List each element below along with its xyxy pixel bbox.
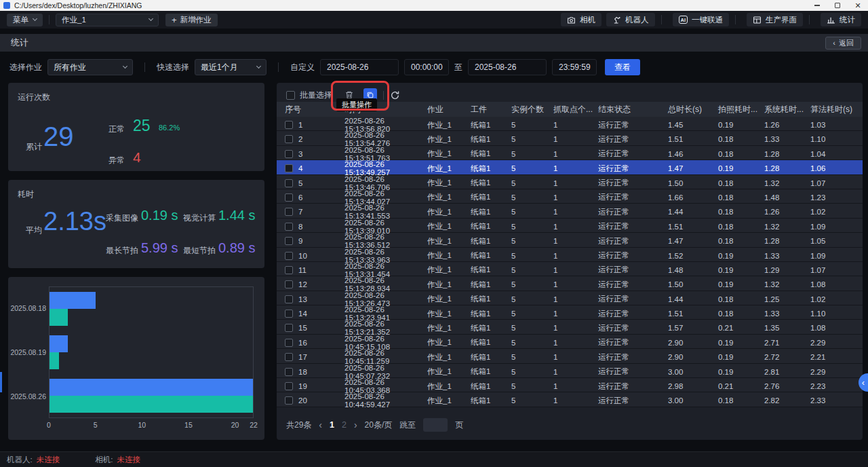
table-cell: 2.90 [668,353,718,361]
table-row[interactable]: 22025-08-26 15:13:54.276作业_1纸箱151运行正常1.5… [277,131,863,145]
table-row[interactable]: 122025-08-26 15:13:28.934作业_1纸箱151运行正常1.… [277,276,863,291]
table-cell: 运行正常 [598,323,668,333]
table-row[interactable]: 52025-08-26 15:13:46.706作业_1纸箱151运行正常1.5… [277,175,863,189]
row-checkbox[interactable] [285,353,293,361]
row-checkbox[interactable] [285,368,293,376]
table-row[interactable]: 92025-08-26 15:13:36.512作业_1纸箱151运行正常1.4… [277,233,863,247]
view-button[interactable]: 查看 [605,59,640,75]
table-cell: 纸箱1 [471,120,511,130]
end-time-input[interactable]: 23:59:59 [552,59,597,75]
chart-bar-group [50,287,253,331]
table-cell: 1.51 [668,135,718,143]
row-checkbox[interactable] [285,193,293,202]
table-row[interactable]: 152025-08-26 15:13:21.352作业_1纸箱151运行正常1.… [277,320,863,334]
row-checkbox[interactable] [285,150,293,158]
job-filter-select[interactable]: 所有作业 [47,59,133,75]
table-cell: 运行正常 [598,221,668,231]
row-checkbox[interactable] [285,295,293,303]
table-cell: 纸箱1 [471,178,511,188]
close-button[interactable]: ✕ [848,0,868,11]
table-cell: 1.48 [668,266,718,274]
table-row[interactable]: 192025-08-26 10:45:03.368作业_1纸箱151运行正常2.… [277,378,863,392]
one-key-connect-button[interactable]: AI 一键联通 [673,13,730,26]
table-row[interactable]: 162025-08-26 10:45:15.108作业_1纸箱151运行正常2.… [277,335,863,349]
jump-to-page-input[interactable] [423,418,448,432]
statistics-button[interactable]: 统计 [821,13,861,26]
table-cell: 纸箱1 [471,192,511,202]
table-row[interactable]: 132025-08-26 15:13:26.473作业_1纸箱151运行正常1.… [277,291,863,305]
table-row[interactable]: 32025-08-26 15:13:51.763作业_1纸箱151运行正常1.4… [277,146,863,160]
job-selector[interactable]: 作业_1 [56,14,159,26]
table-cell: 1 [553,150,598,158]
table-row[interactable]: 42025-08-26 15:13:49.257作业_1纸箱151运行正常1.4… [277,160,863,174]
row-checkbox[interactable] [285,266,293,274]
row-checkbox[interactable] [285,339,293,347]
table-row[interactable]: 172025-08-26 10:45:11.259作业_1纸箱151运行正常2.… [277,349,863,363]
table-row[interactable]: 142025-08-26 15:13:23.941作业_1纸箱151运行正常1.… [277,305,863,320]
table-cell: 运行正常 [598,178,668,188]
row-checkbox[interactable] [285,135,293,143]
row-checkbox[interactable] [285,382,293,390]
left-edge-indicator[interactable] [0,372,2,392]
row-checkbox[interactable] [285,121,293,129]
row-checkbox[interactable] [285,252,293,260]
start-time-input[interactable]: 00:00:00 [404,59,449,75]
robot-button[interactable]: 机器人 [606,13,655,26]
batch-select-checkbox[interactable] [286,91,295,100]
production-view-button[interactable]: 生产界面 [747,13,803,26]
table-row[interactable]: 182025-08-26 10:45:07.232作业_1纸箱151运行正常3.… [277,364,863,378]
row-index-cell: 10 [285,252,344,260]
row-checkbox[interactable] [285,324,293,332]
table-cell: 2.81 [764,368,810,376]
maximize-icon [835,3,840,8]
row-checkbox[interactable] [285,208,293,216]
table-row[interactable]: 112025-08-26 15:13:31.454作业_1纸箱151运行正常1.… [277,262,863,276]
table-cell: 作业_1 [427,236,471,246]
row-checkbox[interactable] [285,223,293,231]
maximize-button[interactable] [827,0,848,11]
end-date-input[interactable]: 2025-08-26 [468,59,547,75]
row-checkbox[interactable] [285,237,293,245]
min-cycle-label: 最短节拍 [183,245,216,257]
prev-page-button[interactable]: ‹ [319,419,322,430]
next-page-button[interactable]: › [354,419,357,430]
start-date-input[interactable]: 2025-08-26 [320,59,399,75]
table-row[interactable]: 202025-08-26 10:44:59.427作业_1纸箱151运行正常3.… [277,392,863,407]
row-checkbox[interactable] [285,280,293,288]
table-cell: 2025-08-26 15:13:39.010 [344,219,427,235]
table-row[interactable]: 12025-08-26 15:13:56.820作业_1纸箱151运行正常1.4… [277,117,863,131]
quick-select[interactable]: 最近1个月 [195,59,267,75]
add-job-button[interactable]: + 新增作业 [165,14,218,26]
back-button[interactable]: ‹ 返回 [825,37,861,50]
back-label: 返回 [839,38,854,48]
table-cell: 1.08 [810,280,863,288]
table-cell: 2.29 [810,368,863,376]
table-cell: 运行正常 [598,207,668,217]
minimize-button[interactable] [807,0,827,11]
table-row[interactable]: 72025-08-26 15:13:41.553作业_1纸箱151运行正常1.4… [277,204,863,218]
refresh-button[interactable] [390,90,400,100]
table-row[interactable]: 82025-08-26 15:13:39.010作业_1纸箱151运行正常1.5… [277,219,863,233]
menu-dropdown[interactable]: 菜单 [7,14,43,26]
camera-button[interactable]: 相机 [561,13,601,26]
table-cell: 运行正常 [598,134,668,145]
column-header: 实例个数 [511,104,553,115]
total-value: 29 [43,122,74,152]
page-1-button[interactable]: 1 [330,420,334,430]
page-2-button[interactable]: 2 [342,420,347,430]
row-checkbox[interactable] [285,179,293,187]
table-cell: 1.10 [810,135,863,143]
table-cell: 0.18 [718,150,764,158]
row-checkbox[interactable] [285,396,293,405]
table-row[interactable]: 102025-08-26 15:13:33.963作业_1纸箱151运行正常1.… [277,248,863,262]
table-cell: 作业_1 [427,352,471,362]
table-cell: 1.52 [668,252,718,260]
table-cell: 1.44 [668,295,718,303]
table-row[interactable]: 62025-08-26 15:13:44.027作业_1纸箱151运行正常1.6… [277,189,863,204]
row-checkbox[interactable] [285,164,293,172]
quick-select-value: 最近1个月 [201,62,238,73]
row-checkbox[interactable] [285,310,293,318]
table-cell: 5 [511,179,553,187]
table-cell: 1.28 [764,164,810,172]
row-index-cell: 12 [285,280,344,288]
